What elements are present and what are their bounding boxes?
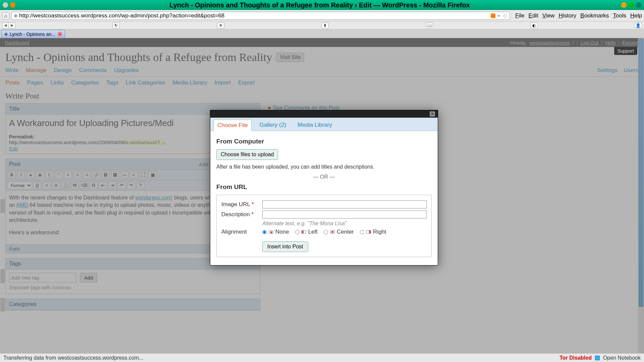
home-button[interactable]: ⌂	[2, 12, 9, 19]
tab-favicon-icon: ⊕	[4, 32, 8, 37]
align-left-radio[interactable]: Left	[295, 229, 318, 235]
favicon-icon: ⊕	[14, 13, 18, 18]
firefox-icon	[10, 2, 15, 8]
tab-gallery[interactable]: Gallery (2)	[256, 120, 289, 131]
menu-file[interactable]: File	[515, 12, 524, 19]
menu-help[interactable]: Help	[630, 12, 642, 19]
tab-label: Lynch - Opinions an...	[10, 32, 56, 37]
upload-modal: × Choose File Gallery (2) Media Library …	[210, 110, 438, 265]
window-left-buttons	[3, 2, 15, 8]
modal-close-button[interactable]: ×	[430, 111, 435, 117]
from-computer-heading: From Computer	[216, 138, 432, 145]
or-separator: — OR —	[216, 174, 432, 180]
description-label: Description	[221, 211, 250, 218]
menu-bar: File Edit View History Bookmarks Tools H…	[515, 12, 642, 19]
window-title: Lynch - Opinions and Thoughts of a Refug…	[18, 1, 621, 9]
minimize-icon[interactable]	[621, 2, 627, 8]
tab-strip: ⊕ Lynch - Opinions an... ×	[0, 29, 644, 38]
notebook-label[interactable]: Open Notebook	[603, 355, 641, 361]
browser-toolbar: ◀ ▶ ↻ ✕ ⬇ 📖 ◐ 👤	[0, 21, 644, 29]
url-text: http://westcoastsuccess.wordpress.com/wp…	[19, 12, 224, 19]
description-hint: Alternate text, e.g. "The Mona Lisa"	[262, 221, 427, 227]
status-text: Transferring data from westcoastsuccess.…	[3, 355, 143, 361]
align-none-radio[interactable]: None	[262, 229, 289, 235]
feed-icon[interactable]	[491, 13, 495, 18]
window-right-buttons	[621, 2, 641, 8]
window-button-icon[interactable]	[3, 2, 8, 8]
window-titlebar: Lynch - Opinions and Thoughts of a Refug…	[0, 0, 644, 10]
reload-button[interactable]: ↻	[112, 22, 120, 28]
privacy-button[interactable]: ◐	[530, 22, 538, 28]
back-button[interactable]: ◀	[2, 22, 9, 28]
from-url-form: Image URL * Description * Alternate text…	[216, 195, 432, 257]
alignment-label: Alignment	[221, 229, 259, 235]
menu-view[interactable]: View	[542, 12, 555, 19]
align-right-radio[interactable]: Right	[360, 229, 386, 235]
insert-into-post-button[interactable]: Insert into Post	[262, 241, 308, 252]
download-button[interactable]: ⬇	[321, 22, 329, 28]
browser-tab[interactable]: ⊕ Lynch - Opinions an... ×	[1, 30, 65, 38]
spinner-icon: ⏲	[503, 13, 507, 18]
align-center-radio[interactable]: Center	[324, 229, 354, 235]
maximize-icon[interactable]	[629, 2, 634, 8]
modal-header: ×	[210, 110, 438, 118]
image-url-input[interactable]	[262, 200, 427, 208]
modal-body: From Computer Choose files to upload Aft…	[210, 131, 438, 265]
choose-files-button[interactable]: Choose files to upload	[216, 149, 278, 160]
from-url-heading: From URL	[216, 183, 432, 191]
image-url-label: Image URL	[221, 201, 250, 207]
tab-choose-file[interactable]: Choose File	[214, 120, 252, 131]
menu-edit[interactable]: Edit	[529, 12, 538, 19]
browser-navbar: ⌂ ⊕ http://westcoastsuccess.wordpress.co…	[0, 10, 644, 21]
bookmark-button[interactable]: 📖	[426, 22, 433, 28]
url-input[interactable]: ⊕ http://westcoastsuccess.wordpress.com/…	[11, 12, 510, 20]
menu-bookmarks[interactable]: Bookmarks	[580, 12, 609, 19]
description-input[interactable]	[262, 210, 427, 219]
notebook-icon[interactable]	[595, 356, 600, 360]
close-window-icon[interactable]	[636, 2, 641, 8]
menu-tools[interactable]: Tools	[613, 12, 626, 19]
tab-close-icon[interactable]: ×	[58, 32, 62, 37]
after-upload-text: After a file has been uploaded, you can …	[216, 164, 432, 170]
menu-history[interactable]: History	[558, 12, 576, 19]
forward-button[interactable]: ▶	[9, 22, 15, 28]
support-button[interactable]: Support	[614, 47, 637, 55]
tor-status[interactable]: Tor Disabled	[559, 355, 592, 361]
browser-statusbar: Transferring data from westcoastsuccess.…	[0, 353, 644, 362]
dropdown-icon[interactable]: ▾	[498, 14, 500, 18]
modal-tabs: Choose File Gallery (2) Media Library	[210, 118, 438, 131]
tab-media-library[interactable]: Media Library	[294, 120, 335, 131]
stop-button[interactable]: ✕	[217, 22, 224, 28]
user-button[interactable]: 👤	[635, 22, 642, 28]
